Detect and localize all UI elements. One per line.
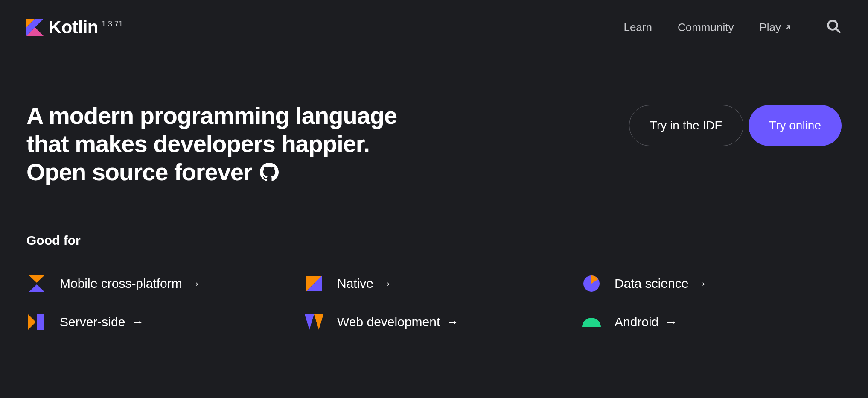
cta-row: Try in the IDE Try online [629, 105, 842, 146]
good-for-item-label: Web development [337, 315, 440, 329]
nav-play[interactable]: Play [759, 21, 792, 34]
svg-marker-14 [314, 314, 323, 330]
good-for-item-label: Server-side [60, 315, 125, 329]
nav-play-label: Play [759, 21, 781, 34]
double-triangle-icon [305, 314, 323, 330]
svg-marker-6 [29, 275, 44, 283]
try-ide-button[interactable]: Try in the IDE [629, 105, 743, 146]
arrow-right-icon: → [188, 276, 201, 291]
version-label: 1.3.71 [102, 20, 123, 29]
svg-rect-12 [37, 314, 44, 330]
good-for-grid: Mobile cross-platform → Native → [26, 275, 842, 331]
hero-line-2: that makes developers happier. [26, 130, 397, 158]
good-for-mobile-cross-platform[interactable]: Mobile cross-platform → [26, 275, 287, 292]
logo-block[interactable]: Kotlin 1.3.71 [26, 17, 123, 38]
hero-line-1: A modern programming language [26, 102, 397, 130]
good-for-android[interactable]: Android → [581, 313, 842, 331]
semicircle-icon [582, 317, 601, 327]
pie-chart-icon [583, 275, 600, 292]
main-nav: Learn Community Play [623, 19, 842, 36]
good-for-title: Good for [26, 233, 842, 248]
good-for-native[interactable]: Native → [304, 275, 564, 292]
good-for-web-development[interactable]: Web development → [304, 313, 564, 331]
hero-line-3-wrap: Open source forever [26, 158, 397, 186]
hourglass-icon [28, 275, 45, 292]
try-online-button[interactable]: Try online [749, 105, 842, 146]
good-for-section: Good for Mobile cross-platform → [26, 233, 842, 331]
good-for-item-label: Data science [615, 276, 688, 291]
hero-headline: A modern programming language that makes… [26, 102, 397, 186]
logo-text: Kotlin [49, 17, 98, 38]
search-button[interactable] [826, 19, 842, 36]
good-for-server-side[interactable]: Server-side → [26, 313, 287, 331]
kotlin-logo: Kotlin [26, 17, 98, 38]
play-block-icon [28, 314, 45, 330]
github-icon[interactable] [260, 163, 279, 181]
svg-marker-11 [28, 314, 36, 330]
svg-marker-7 [29, 284, 44, 292]
svg-line-5 [836, 29, 840, 32]
search-icon [826, 19, 842, 34]
arrow-right-icon: → [664, 315, 677, 329]
good-for-data-science[interactable]: Data science → [581, 275, 842, 292]
svg-marker-13 [305, 314, 314, 330]
hero-section: A modern programming language that makes… [26, 102, 842, 186]
external-link-icon [784, 23, 792, 31]
good-for-item-label: Mobile cross-platform [60, 276, 182, 291]
arrow-right-icon: → [446, 315, 459, 329]
kotlin-logo-icon [26, 19, 44, 36]
good-for-item-label: Native [337, 276, 373, 291]
hero-line-3: Open source forever [26, 158, 252, 186]
nav-learn[interactable]: Learn [623, 21, 652, 34]
square-split-icon [306, 276, 322, 291]
arrow-right-icon: → [379, 276, 392, 291]
good-for-item-label: Android [615, 315, 658, 329]
arrow-right-icon: → [694, 276, 707, 291]
site-header: Kotlin 1.3.71 Learn Community Play [26, 17, 842, 38]
nav-community[interactable]: Community [678, 21, 734, 34]
arrow-right-icon: → [131, 315, 144, 329]
